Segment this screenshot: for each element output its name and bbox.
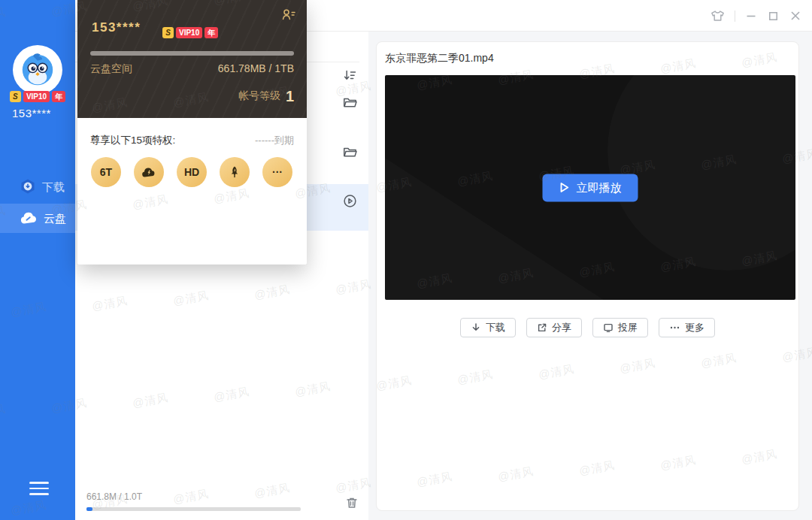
preview-region: 东京罪恶第二季01.mp4 立即播放 xyxy=(368,32,812,520)
controls-divider xyxy=(735,11,735,22)
vip-bolt-icon: S xyxy=(10,91,21,102)
play-now-label: 立即播放 xyxy=(577,180,622,195)
vip-bolt-icon: S xyxy=(162,27,174,38)
download-hexagon-icon xyxy=(20,178,36,195)
account-level-value: 1 xyxy=(286,89,294,104)
play-circle-icon[interactable] xyxy=(343,194,357,208)
download-button[interactable]: 下载 xyxy=(460,318,516,337)
minimize-button[interactable] xyxy=(744,9,758,23)
cloud-accel-privilege-icon[interactable] xyxy=(134,157,164,187)
vip-year-badge: 年 xyxy=(52,91,65,102)
privileges-header: 尊享以下15项特权: ------到期 xyxy=(90,134,294,147)
menu-hamburger-button[interactable] xyxy=(29,482,49,499)
preview-card: 东京罪恶第二季01.mp4 立即播放 xyxy=(376,41,799,511)
sidebar-item-label: 云盘 xyxy=(44,213,66,224)
more-button[interactable]: 更多 xyxy=(659,318,715,337)
video-file-title: 东京罪恶第二季01.mp4 xyxy=(385,52,494,65)
popup-username: 153**** xyxy=(92,20,141,35)
sidebar-item-download[interactable]: 下载 xyxy=(0,173,75,200)
storage-usage-fill xyxy=(86,507,92,511)
more-dots-icon xyxy=(669,322,680,333)
sidebar-vip-badge[interactable]: S VIP10 年 xyxy=(0,91,75,102)
sidebar-username: 153**** xyxy=(12,107,51,119)
profile-popup-header: 153**** S VIP10 年 云盘空间 661.78MB / 1TB 帐号… xyxy=(77,0,307,118)
sort-list-icon[interactable] xyxy=(343,68,357,83)
profile-popup-privileges: 尊享以下15项特权: ------到期 6T HD xyxy=(77,118,307,265)
privileges-expiry: ------到期 xyxy=(255,134,294,147)
folder-icon[interactable] xyxy=(342,95,358,110)
more-label: 更多 xyxy=(685,321,704,334)
more-privileges-icon[interactable]: ··· xyxy=(262,157,292,187)
storage-usage-text: 661.8M / 1.0T xyxy=(86,491,142,502)
storage-label: 云盘空间 xyxy=(90,62,132,76)
hd-quality-privilege-icon[interactable]: HD xyxy=(177,157,207,187)
cast-label: 投屏 xyxy=(618,321,638,334)
sidebar: S VIP10 年 153**** 下载 云盘 xyxy=(0,0,75,520)
storage-value: 661.78MB / 1TB xyxy=(218,62,294,76)
trash-icon[interactable] xyxy=(345,496,359,510)
account-switch-icon[interactable] xyxy=(281,8,296,21)
avatar[interactable] xyxy=(13,45,62,95)
maximize-button[interactable] xyxy=(767,10,780,23)
cast-screen-icon xyxy=(603,322,614,333)
app-window: S VIP10 年 153**** 下载 云盘 xyxy=(0,0,812,520)
action-buttons-row: 下载 分享 投屏 xyxy=(377,318,798,337)
download-label: 下载 xyxy=(486,321,505,334)
video-player-placeholder[interactable]: 立即播放 xyxy=(385,75,795,300)
sidebar-item-cloud[interactable]: 云盘 xyxy=(0,204,75,233)
player-deco-wedge xyxy=(385,148,635,300)
bird-mascot-icon xyxy=(16,48,59,92)
account-level-row: 帐号等级 1 xyxy=(238,89,294,104)
privilege-icons-row: 6T HD xyxy=(91,157,292,187)
popup-vip-badge[interactable]: S VIP10 年 xyxy=(162,27,218,38)
download-arrow-icon xyxy=(471,322,481,333)
cloud-icon xyxy=(20,212,38,225)
folder-icon[interactable] xyxy=(342,145,358,159)
account-level-label: 帐号等级 xyxy=(238,89,280,103)
share-icon xyxy=(537,322,547,333)
play-now-button[interactable]: 立即播放 xyxy=(543,174,638,201)
storage-row: 云盘空间 661.78MB / 1TB xyxy=(90,62,294,76)
6t-space-privilege-icon[interactable]: 6T xyxy=(91,157,121,187)
storage-usage-bar xyxy=(86,507,301,511)
window-controls xyxy=(710,0,802,32)
sidebar-item-label: 下载 xyxy=(42,181,65,192)
play-triangle-icon xyxy=(559,182,570,194)
privileges-title: 尊享以下15项特权: xyxy=(90,134,175,147)
profile-popup: 153**** S VIP10 年 云盘空间 661.78MB / 1TB 帐号… xyxy=(77,0,307,265)
skin-tshirt-icon[interactable] xyxy=(710,8,726,24)
vip-level-badge: VIP10 xyxy=(176,27,202,38)
share-button[interactable]: 分享 xyxy=(526,318,582,337)
rocket-speed-privilege-icon[interactable] xyxy=(220,157,250,187)
vip-level-badge: VIP10 xyxy=(23,91,50,102)
close-button[interactable] xyxy=(789,9,802,23)
storage-progress-bar xyxy=(90,51,294,56)
player-deco-circle xyxy=(607,75,795,271)
share-label: 分享 xyxy=(552,321,571,334)
vip-year-badge: 年 xyxy=(205,27,218,38)
cast-screen-button[interactable]: 投屏 xyxy=(592,318,648,337)
